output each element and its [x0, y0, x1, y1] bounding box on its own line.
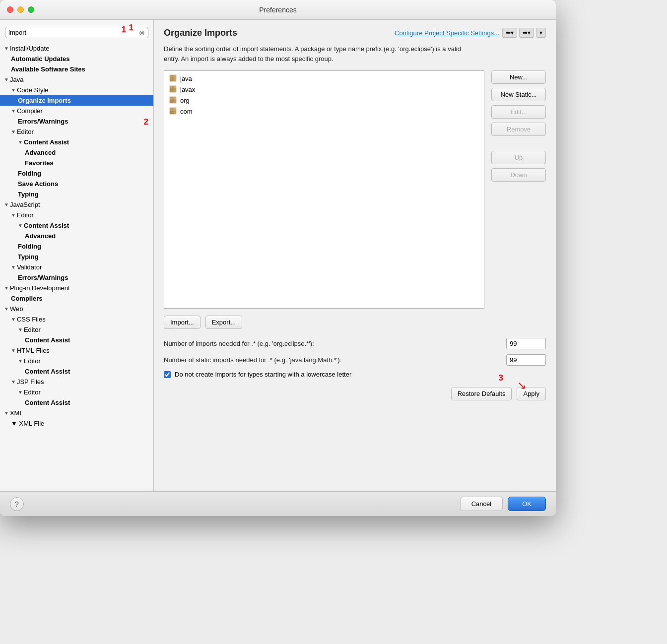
- svg-rect-14: [170, 111, 173, 114]
- tree-toggle-icon: ▼: [4, 202, 9, 207]
- sidebar-item-label: Errors/Warnings: [0, 273, 153, 282]
- restore-defaults-button[interactable]: Restore Defaults: [451, 387, 512, 400]
- help-button[interactable]: ?: [10, 497, 24, 511]
- search-clear-button[interactable]: ⊗: [139, 29, 145, 36]
- tree-toggle-icon: ▼: [4, 285, 9, 291]
- sidebar-item-css-content-assist[interactable]: Content Assist: [0, 335, 153, 345]
- sidebar-item-java[interactable]: ▼ Java: [0, 74, 153, 85]
- sidebar-item-compilers[interactable]: Compilers: [0, 293, 153, 304]
- sidebar-item-css-editor[interactable]: ▼ Editor: [0, 324, 153, 335]
- import-button[interactable]: Import...: [164, 316, 200, 329]
- sidebar-item-xml-file[interactable]: ▼ XML File: [0, 418, 153, 429]
- minimize-button[interactable]: [17, 6, 24, 13]
- tree-toggle-icon: ▼: [18, 327, 23, 332]
- sidebar-item-text: JavaScript: [10, 201, 40, 208]
- lowercase-checkbox-row: Do not create imports for types starting…: [164, 371, 546, 378]
- lowercase-checkbox[interactable]: [164, 371, 171, 378]
- sidebar-item-label: ▼ Validator: [0, 263, 153, 271]
- tree-toggle-icon: ▼: [4, 306, 9, 312]
- sidebar-item-html-files[interactable]: ▼ HTML Files: [0, 345, 153, 356]
- sidebar-item-label: Typing: [0, 190, 153, 198]
- sidebar-item-install-update[interactable]: ▼ Install/Update: [0, 43, 153, 54]
- ok-button[interactable]: OK: [508, 497, 546, 511]
- search-input[interactable]: import: [8, 29, 139, 36]
- imports-count-input[interactable]: [506, 338, 546, 349]
- sidebar-item-text: Editor: [17, 128, 34, 135]
- sidebar-item-organize-imports[interactable]: Organize Imports: [0, 95, 153, 106]
- sidebar-item-js-content-assist[interactable]: ▼ Content Assist: [0, 220, 153, 231]
- sidebar-item-available-software[interactable]: Available Software Sites: [0, 64, 153, 74]
- sidebar-item-text: ▼ XML File: [11, 420, 44, 427]
- new-static-button[interactable]: New Static...: [491, 88, 546, 101]
- sidebar-item-automatic-updates[interactable]: Automatic Updates: [0, 54, 153, 64]
- sidebar-item-validator[interactable]: ▼ Validator: [0, 262, 153, 272]
- list-item[interactable]: org: [166, 95, 482, 106]
- sidebar-item-jsp-editor[interactable]: ▼ Editor: [0, 387, 153, 397]
- sidebar-item-xml[interactable]: ▼ XML: [0, 408, 153, 418]
- sidebar-item-typing[interactable]: Typing: [0, 189, 153, 199]
- cancel-button[interactable]: Cancel: [460, 497, 503, 511]
- sidebar-item-label: ▼ Editor: [0, 325, 153, 334]
- down-button[interactable]: Down: [491, 168, 546, 182]
- sidebar-item-favorites[interactable]: Favorites: [0, 158, 153, 168]
- sidebar-item-js-editor[interactable]: ▼ Editor: [0, 210, 153, 220]
- sidebar-item-jsp-content-assist[interactable]: Content Assist: [0, 397, 153, 408]
- sidebar-item-label: Folding: [0, 242, 153, 251]
- maximize-button[interactable]: [28, 6, 34, 13]
- package-icon: [169, 74, 177, 82]
- sidebar-item-compiler[interactable]: ▼ Compiler: [0, 106, 153, 116]
- sidebar-item-js-advanced[interactable]: Advanced: [0, 231, 153, 241]
- sidebar-item-js-folding[interactable]: Folding: [0, 241, 153, 252]
- sidebar-item-folding[interactable]: Folding: [0, 168, 153, 179]
- sidebar-item-editor[interactable]: ▼ Editor: [0, 127, 153, 137]
- static-imports-count-label: Number of static imports needed for .* (…: [164, 356, 506, 364]
- sidebar-item-code-style[interactable]: ▼ Code Style: [0, 85, 153, 95]
- static-imports-count-row: Number of static imports needed for .* (…: [164, 354, 546, 366]
- sidebar-item-js-errors-warnings[interactable]: Errors/Warnings: [0, 272, 153, 283]
- sidebar-item-text: Favorites: [25, 159, 54, 167]
- tree-toggle-icon: ▼: [18, 223, 23, 228]
- export-button[interactable]: Export...: [205, 316, 242, 329]
- nav-forward-button[interactable]: ➡▾: [519, 28, 534, 38]
- svg-rect-2: [170, 78, 173, 81]
- sidebar-item-web[interactable]: ▼ Web: [0, 304, 153, 314]
- import-list-area: javajavaxorgcom New... New Static... Edi…: [164, 70, 546, 309]
- sidebar-item-advanced[interactable]: Advanced: [0, 147, 153, 158]
- new-button[interactable]: New...: [491, 70, 546, 84]
- import-list[interactable]: javajavaxorgcom: [164, 70, 484, 309]
- sidebar-item-html-content-assist[interactable]: Content Assist: [0, 366, 153, 377]
- svg-rect-8: [170, 97, 173, 100]
- sidebar-item-label: ▼ Content Assist: [0, 221, 153, 230]
- titlebar: Preferences: [0, 0, 556, 20]
- list-item[interactable]: javax: [166, 84, 482, 95]
- sidebar-item-js-typing[interactable]: Typing: [0, 252, 153, 262]
- nav-back-button[interactable]: ⬅▾: [502, 28, 517, 38]
- apply-button[interactable]: Apply: [517, 387, 546, 400]
- sidebar-item-content-assist[interactable]: ▼ Content Assist: [0, 137, 153, 147]
- sidebar-item-jsp-files[interactable]: ▼ JSP Files: [0, 377, 153, 387]
- package-icon: [169, 85, 177, 93]
- edit-button[interactable]: Edit...: [491, 105, 546, 119]
- nav-dropdown-button[interactable]: ▾: [536, 28, 546, 38]
- sidebar-item-html-editor[interactable]: ▼ Editor: [0, 356, 153, 366]
- svg-rect-10: [170, 100, 173, 103]
- configure-project-link[interactable]: Configure Project Specific Settings...: [395, 29, 499, 37]
- up-button[interactable]: Up: [491, 151, 546, 164]
- static-imports-count-input[interactable]: [506, 354, 546, 366]
- remove-button[interactable]: Remove: [491, 123, 546, 136]
- list-item[interactable]: com: [166, 106, 482, 117]
- sidebar-item-label: ▼ Content Assist: [0, 138, 153, 146]
- sidebar-item-save-actions[interactable]: Save Actions: [0, 179, 153, 189]
- list-item[interactable]: java: [166, 73, 482, 84]
- nav-arrows: ⬅▾ ➡▾ ▾: [502, 28, 546, 38]
- import-export-row: Import... Export...: [164, 316, 546, 329]
- close-button[interactable]: [7, 6, 13, 13]
- sidebar-item-css-files[interactable]: ▼ CSS Files: [0, 314, 153, 324]
- sidebar-item-text: Java: [10, 76, 23, 83]
- sidebar-item-text: Organize Imports: [18, 97, 71, 104]
- window-title: Preferences: [259, 6, 296, 14]
- sidebar-item-javascript[interactable]: ▼ JavaScript: [0, 199, 153, 210]
- sidebar-item-text: CSS Files: [17, 316, 46, 323]
- sidebar-item-errors-warnings[interactable]: Errors/Warnings: [0, 116, 153, 127]
- sidebar-item-plugin-dev[interactable]: ▼ Plug-in Development: [0, 283, 153, 293]
